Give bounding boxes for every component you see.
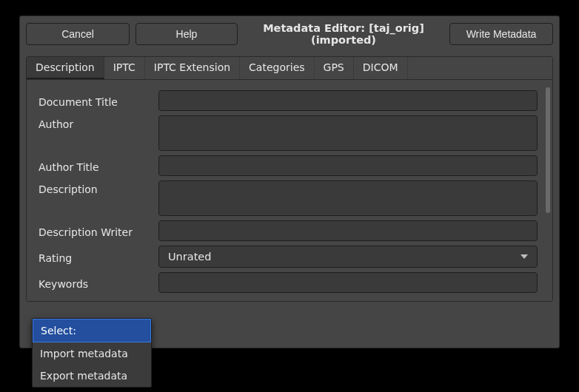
import-export-menu: Select: Import metadata Export metadata bbox=[32, 318, 152, 388]
select-rating[interactable]: Unrated bbox=[158, 246, 538, 268]
tab-bar: Description IPTC IPTC Extension Categori… bbox=[27, 57, 552, 79]
input-author[interactable] bbox=[158, 115, 538, 151]
label-description: Description bbox=[39, 180, 150, 195]
dialog-title: Metadata Editor: [taj_orig] (imported) bbox=[244, 22, 444, 46]
label-keywords: Keywords bbox=[39, 275, 150, 290]
tab-dicom[interactable]: DICOM bbox=[354, 57, 408, 79]
input-document-title[interactable] bbox=[158, 90, 538, 111]
tabs-container: Description IPTC IPTC Extension Categori… bbox=[26, 56, 553, 302]
tab-gps[interactable]: GPS bbox=[315, 57, 354, 79]
tab-description[interactable]: Description bbox=[27, 57, 104, 79]
tab-pane-description: Document Title Author Author Title Descr… bbox=[27, 79, 552, 301]
label-author-title: Author Title bbox=[39, 158, 150, 173]
input-description[interactable] bbox=[158, 180, 538, 216]
description-form: Document Title Author Author Title Descr… bbox=[27, 80, 542, 301]
metadata-editor-dialog: Cancel Help Metadata Editor: [taj_orig] … bbox=[19, 16, 560, 348]
row-keywords: Keywords bbox=[39, 272, 538, 293]
row-document-title: Document Title bbox=[39, 90, 538, 111]
input-description-writer[interactable] bbox=[158, 220, 538, 241]
row-author-title: Author Title bbox=[39, 155, 538, 176]
menu-item-export-metadata[interactable]: Export metadata bbox=[33, 365, 151, 387]
menu-header-select: Select: bbox=[33, 319, 151, 342]
row-description-writer: Description Writer bbox=[39, 220, 538, 241]
input-keywords[interactable] bbox=[158, 272, 538, 293]
write-metadata-button[interactable]: Write Metadata bbox=[449, 23, 553, 45]
help-button[interactable]: Help bbox=[135, 23, 238, 45]
tab-iptc[interactable]: IPTC bbox=[104, 57, 145, 79]
label-document-title: Document Title bbox=[39, 93, 150, 108]
chevron-down-icon bbox=[521, 254, 528, 259]
input-author-title[interactable] bbox=[158, 155, 538, 176]
vertical-scrollbar[interactable] bbox=[546, 87, 550, 213]
label-rating: Rating bbox=[39, 249, 150, 264]
label-author: Author bbox=[39, 115, 150, 130]
dialog-topbar: Cancel Help Metadata Editor: [taj_orig] … bbox=[20, 16, 559, 52]
label-description-writer: Description Writer bbox=[39, 223, 150, 238]
tab-categories[interactable]: Categories bbox=[240, 57, 314, 79]
row-author: Author bbox=[39, 115, 538, 151]
menu-item-import-metadata[interactable]: Import metadata bbox=[33, 342, 151, 365]
row-description: Description bbox=[39, 180, 538, 216]
row-rating: Rating Unrated bbox=[39, 246, 538, 268]
cancel-button[interactable]: Cancel bbox=[26, 23, 130, 45]
select-rating-value: Unrated bbox=[168, 251, 211, 263]
tab-iptc-extension[interactable]: IPTC Extension bbox=[145, 57, 240, 79]
